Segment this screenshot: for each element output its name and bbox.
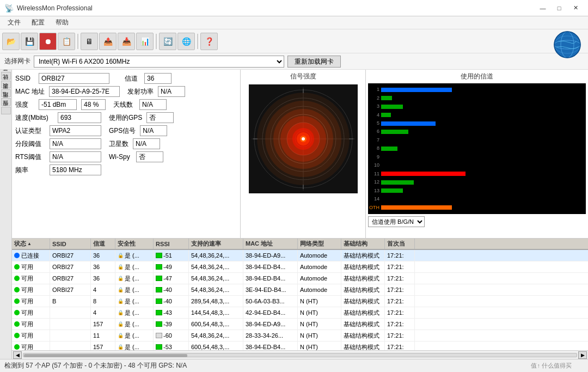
sidebar-tab-graph[interactable]: 图表 [1,89,11,97]
radar-display [249,84,358,193]
gpssig-label: GPS信号 [109,126,136,136]
table-row[interactable]: 可用157🔒是 (...-53600,54,48,3,...38-94-ED-B… [12,341,588,350]
maximize-button[interactable]: □ [551,3,567,14]
tb-monitor[interactable]: 🖥 [81,33,98,50]
sidebar-tab-report[interactable]: 报告 [1,107,11,114]
close-button[interactable]: ✕ [567,3,584,14]
cell: 17:21: [385,250,415,261]
cell: 54,48,36,24,... [189,284,243,295]
freq-label: 频率 [15,166,45,175]
col-ssid[interactable]: SSID [50,239,91,249]
tb-export[interactable]: 📤 [99,33,117,50]
auth-value: WPA2 [50,125,101,136]
tb-copy[interactable]: 📋 [58,33,75,50]
sidebar-tab-map[interactable]: 地图 [1,98,11,106]
cell: 289,54,48,3,... [189,296,243,307]
col-channel[interactable]: 信道 [91,239,115,249]
cell: 8 [91,296,115,307]
col-security[interactable]: 安全性 [115,239,154,249]
cell: 38-94-ED-B4... [243,341,298,350]
satellites-label: 卫星数 [109,139,128,149]
table-body[interactable]: 已连接ORBI2736🔒是 (...-5154,48,36,24,...38-9… [12,250,588,350]
nic-select[interactable]: Intel(R) Wi-Fi 6 AX200 160MHz [34,56,284,68]
table-row[interactable]: 可用B8🔒是 (...-40289,54,48,3,...50-6A-03-B3… [12,296,588,307]
cell: N (HT) [298,341,341,350]
table-row[interactable]: 可用157🔒是 (...-39600,54,48,3,...38-94-ED-A… [12,319,588,330]
table-row[interactable]: 已连接ORBI2736🔒是 (...-5154,48,36,24,...38-9… [12,250,588,261]
tb-network[interactable]: 🌐 [177,33,195,50]
cell: 基础结构模式 [341,250,385,261]
cell: 基础结构模式 [341,261,385,272]
cell: 54,48,36,24,... [189,330,243,341]
channel-dropdown: 信道使用 B/G/N 信道使用 A/N 所有信道 [368,216,586,227]
channel-select[interactable]: 信道使用 B/G/N 信道使用 A/N 所有信道 [368,216,425,227]
sidebar-tabs: 概单 统计 图表 地图 报告 [0,70,12,359]
cell: -60 [154,330,189,341]
cell: -51 [154,250,189,261]
cell: Automode [298,284,341,295]
table-row[interactable]: 可用ORBI2736🔒是 (...-4954,48,36,24,...38-94… [12,261,588,273]
cell: 54,48,36,24,... [189,261,243,272]
strength-pct: 48 % [81,99,106,110]
cell: 28-33-34-26... [243,330,298,341]
satellites-value: N/A [133,138,160,149]
table-row[interactable]: 可用11🔒是 (...-6054,48,36,24,...28-33-34-26… [12,330,588,341]
sidebar-tab-stats[interactable]: 统计 [1,81,11,88]
cell: 17:21: [385,296,415,307]
col-mac[interactable]: MAC 地址 [243,239,298,249]
cell: N (HT) [298,296,341,307]
tb-record[interactable]: ⏺ [39,33,57,50]
h-scrollbar[interactable]: ◀ ▶ [12,350,588,359]
scroll-left[interactable]: ◀ [13,351,22,359]
menu-help[interactable]: 帮助 [50,17,74,28]
table-row[interactable]: 可用ORBI274🔒是 (...-4054,48,36,24,...3E-94-… [12,284,588,296]
tb-separator [77,34,78,49]
cell: 17:21: [385,284,415,295]
gpssig-value: N/A [140,125,167,136]
menu-config[interactable]: 配置 [26,17,50,28]
cell: 🔒是 (... [115,284,154,295]
app-icon: 📡 [4,4,14,13]
nic-reload-button[interactable]: 重新加载网卡 [287,56,341,68]
antennas-label: 天线数 [113,100,135,109]
cell: 38-94-ED-B4... [243,261,298,272]
tb-chart[interactable]: 📊 [136,33,154,50]
col-infra[interactable]: 基础结构 [341,239,385,249]
minimize-button[interactable]: — [535,3,551,14]
cell-status: 已连接 [12,250,50,261]
watermark: 值↑ 什么值得买 [531,362,572,370]
title-bar: 📡 WirelessMon Professional — □ ✕ [0,0,588,16]
col-first[interactable]: 首次当 [385,239,415,249]
cell: 🔒是 (... [115,296,154,307]
strength-label: 强度 [15,100,34,109]
content-area: SSID ORBI27 信道 36 MAC 地址 38-94-ED-A9-25-… [12,70,588,359]
cell: -49 [154,261,189,272]
cell: 4 [91,284,115,295]
cell: -40 [154,284,189,295]
tb-import[interactable]: 📥 [118,33,135,50]
col-rssi[interactable]: RSSI [154,239,189,249]
scroll-thumb[interactable] [24,354,187,357]
tb-help[interactable]: ❓ [200,33,218,50]
menu-file[interactable]: 文件 [2,17,26,28]
tb-save[interactable]: 💾 [21,33,38,50]
col-status[interactable]: 状态 ▲ [12,239,50,249]
cell [50,319,91,330]
cell: Automode [298,273,341,284]
sidebar-tab-overview[interactable]: 概单 [1,72,11,80]
mac-value: 38-94-ED-A9-25-7E [49,86,120,97]
cell: ORBI27 [50,284,91,295]
table-row[interactable]: 可用4🔒是 (...-43144,54,48,3,...42-94-ED-B4.… [12,307,588,319]
scroll-right[interactable]: ▶ [578,351,587,359]
scroll-track[interactable] [23,353,577,357]
table-row[interactable]: 可用ORBI2736🔒是 (...-4754,48,36,24,...38-94… [12,273,588,284]
tb-refresh[interactable]: 🔄 [159,33,176,50]
col-nettype[interactable]: 网络类型 [298,239,341,249]
ssid-label: SSID [15,75,34,82]
col-rates[interactable]: 支持的速率 [189,239,243,249]
tb-separator3 [197,34,198,49]
tb-open[interactable]: 📂 [2,33,20,50]
cell: 54,48,36,24,... [189,273,243,284]
col-status-label: 状态 [14,240,26,248]
ssid-value: ORBI27 [39,73,109,84]
